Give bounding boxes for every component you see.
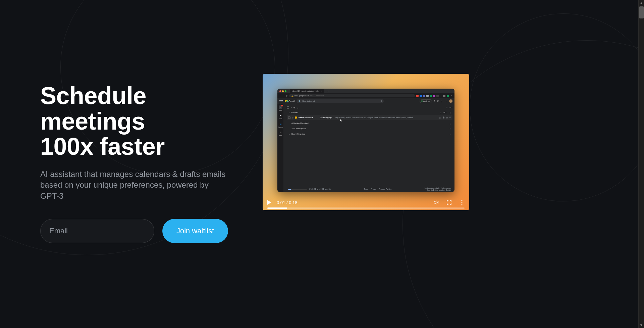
footer-activity-line2[interactable]: Open in 1 other location · Details bbox=[425, 189, 451, 191]
archive-icon[interactable]: ▢ bbox=[439, 116, 441, 119]
main-menu-icon[interactable] bbox=[279, 100, 283, 102]
chevron-down-icon: ⌄ bbox=[288, 111, 290, 113]
status-pill[interactable]: Active ▾ bbox=[420, 99, 432, 103]
minimize-window-icon[interactable] bbox=[282, 90, 284, 92]
extension-icon[interactable] bbox=[423, 95, 425, 97]
email-input[interactable] bbox=[40, 219, 154, 243]
nav-chat-label: Chat bbox=[279, 118, 282, 120]
section-menu-icon[interactable]: ⋮ bbox=[449, 122, 451, 125]
unread-section-header[interactable]: ⌄ Unread 1-1 of 1 ⋮ bbox=[287, 110, 452, 114]
gmail-logo[interactable]: Gmail bbox=[285, 100, 294, 102]
footer-link-terms[interactable]: Terms bbox=[364, 188, 369, 190]
share-icon[interactable] bbox=[447, 95, 449, 97]
footer-link-privacy[interactable]: Privacy bbox=[371, 188, 376, 190]
extension-icon[interactable] bbox=[443, 95, 445, 97]
section-menu-icon[interactable]: ⋮ bbox=[449, 111, 451, 113]
video-more-icon[interactable]: ⋮ bbox=[459, 199, 465, 206]
extension-icon[interactable] bbox=[433, 95, 435, 97]
nav-chat[interactable]: 💬 Chat bbox=[279, 114, 282, 120]
select-all-checkbox[interactable] bbox=[287, 106, 289, 109]
email-checkbox[interactable] bbox=[288, 116, 290, 119]
gmail-header: Gmail 🔍 Search in mail ≡ Active ▾ ? ⚙ ⋮⋮… bbox=[277, 98, 454, 104]
open-external-icon[interactable]: ⧉ bbox=[329, 188, 331, 190]
demo-video[interactable]: Inbox (1) - austintackaberry@... × ＋ ← →… bbox=[263, 74, 469, 210]
gmail-m-icon bbox=[285, 100, 288, 102]
play-icon[interactable] bbox=[267, 200, 271, 205]
settings-gear-icon[interactable]: ⚙ bbox=[437, 100, 439, 102]
nav-back-icon[interactable]: ← bbox=[279, 95, 281, 97]
select-dropdown-icon[interactable]: ▾ bbox=[291, 106, 292, 108]
url-field[interactable]: 🔒 mail.google.com/mail/u/0/#inbox bbox=[289, 94, 415, 97]
section-check-up[interactable]: All Check up on ⋮ bbox=[287, 126, 452, 131]
section-label: All Check up on bbox=[291, 128, 306, 130]
extension-icon[interactable] bbox=[436, 95, 439, 97]
lock-icon: 🔒 bbox=[291, 95, 293, 97]
gmail-search-input[interactable]: 🔍 Search in mail ≡ bbox=[297, 99, 384, 103]
video-progress-bar[interactable] bbox=[267, 207, 465, 209]
gmail-body: ✉ 1 Mail 💬 Chat 👥 Spaces 🎥 Meet bbox=[277, 104, 454, 192]
tab-close-icon[interactable]: × bbox=[321, 90, 322, 92]
video-time-current: 0:01 bbox=[277, 200, 285, 205]
browser-menu-icon[interactable]: ⋮ bbox=[450, 95, 452, 97]
nav-spaces[interactable]: 👥 Spaces bbox=[278, 122, 282, 128]
section-action-required[interactable]: All Action Required ⋮ bbox=[287, 121, 452, 126]
nav-forward-icon[interactable]: → bbox=[283, 95, 285, 97]
email-row[interactable]: ☆ Haefa Mansour Catching up - Hey Austin… bbox=[287, 115, 452, 120]
page-count: 1-1 of 1 bbox=[446, 106, 452, 108]
nav-mail-label: Mail bbox=[279, 109, 281, 111]
maximize-window-icon[interactable] bbox=[285, 90, 286, 92]
section-everything-else[interactable]: ⌄ Everything else ⋮ bbox=[287, 132, 452, 136]
support-icon[interactable]: ? bbox=[434, 100, 435, 102]
join-waitlist-button[interactable]: Join waitlist bbox=[162, 219, 228, 243]
storage-text: 14.22 GB of 100 GB used bbox=[309, 188, 328, 190]
extension-icon[interactable] bbox=[440, 95, 442, 97]
mail-badge: 1 bbox=[281, 105, 283, 106]
inbox-sections: ⌄ Unread 1-1 of 1 ⋮ ☆ Haefa Mansour Catc… bbox=[287, 110, 452, 136]
tab-title: Inbox (1) - austintackaberry@... bbox=[292, 90, 320, 92]
hero-title-line2: 100x faster bbox=[40, 133, 165, 160]
account-avatar[interactable] bbox=[449, 99, 452, 103]
gmail-brand-text: Gmail bbox=[288, 100, 294, 102]
scrollbar-down-icon[interactable]: ▼ bbox=[639, 322, 644, 328]
extension-icon[interactable] bbox=[416, 95, 419, 97]
email-snippet: - Hey Austin, Would love to catch up! Do… bbox=[334, 116, 438, 119]
decorative-circle bbox=[458, 1, 644, 214]
browser-tab[interactable]: Inbox (1) - austintackaberry@... × bbox=[290, 89, 324, 93]
video-progress-fill bbox=[267, 207, 287, 209]
footer-link-policies[interactable]: Program Policies bbox=[379, 188, 392, 190]
more-actions-icon[interactable]: ⋮ bbox=[297, 106, 299, 109]
section-menu-icon[interactable]: ⋮ bbox=[449, 133, 451, 135]
apps-grid-icon[interactable]: ⋮⋮⋮ bbox=[440, 100, 447, 102]
snooze-icon[interactable]: ⏱ bbox=[449, 116, 451, 119]
gmail-toolbar: ▾ ⟳ ⋮ 1-1 of 1 bbox=[287, 105, 452, 110]
fullscreen-icon[interactable] bbox=[446, 199, 452, 205]
browser-window: Inbox (1) - austintackaberry@... × ＋ ← →… bbox=[277, 89, 454, 192]
star-icon[interactable]: ☆ bbox=[292, 116, 293, 119]
gmail-footer: 14.22 GB of 100 GB used ⧉ Terms · Privac… bbox=[287, 187, 452, 191]
extension-icon[interactable] bbox=[426, 95, 429, 97]
page-scrollbar[interactable]: ▲ ▼ bbox=[638, 0, 644, 328]
scrollbar-up-icon[interactable]: ▲ bbox=[639, 0, 644, 6]
nav-mail[interactable]: ✉ 1 Mail bbox=[279, 105, 282, 111]
gmail-main: ▾ ⟳ ⋮ 1-1 of 1 ⌄ Unread 1-1 of 1 ⋮ bbox=[283, 104, 454, 192]
video-time: 0:01 / 0:18 bbox=[277, 200, 297, 205]
section-menu-icon[interactable]: ⋮ bbox=[449, 128, 451, 130]
delete-icon[interactable]: 🗑 bbox=[443, 116, 445, 119]
mute-icon[interactable] bbox=[433, 199, 439, 205]
search-options-icon[interactable]: ≡ bbox=[381, 100, 382, 102]
storage-progress bbox=[288, 189, 307, 190]
close-window-icon[interactable] bbox=[279, 90, 281, 92]
mark-read-icon[interactable]: ✉ bbox=[446, 116, 448, 119]
section-count: 1-1 of 1 bbox=[440, 111, 446, 113]
nav-meet[interactable]: 🎥 Meet bbox=[279, 131, 282, 136]
window-traffic-lights[interactable] bbox=[279, 90, 286, 92]
url-host: mail.google.com bbox=[294, 95, 309, 97]
extension-icon[interactable] bbox=[430, 95, 432, 97]
extension-icon[interactable] bbox=[420, 95, 422, 97]
nav-reload-icon[interactable]: ⟳ bbox=[286, 95, 288, 97]
hero-subtitle: AI assistant that manages calendars & dr… bbox=[40, 169, 228, 201]
important-marker-icon[interactable] bbox=[295, 116, 297, 119]
new-tab-button[interactable]: ＋ bbox=[327, 89, 329, 93]
refresh-icon[interactable]: ⟳ bbox=[293, 106, 295, 109]
scrollbar-thumb[interactable] bbox=[639, 6, 644, 18]
